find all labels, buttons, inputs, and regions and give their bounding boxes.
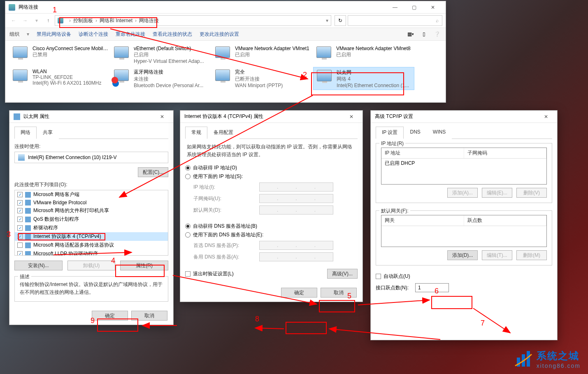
tab-dns[interactable]: DNS: [404, 127, 426, 139]
checkbox-icon[interactable]: ✓: [17, 234, 23, 239]
protocol-icon: [25, 234, 31, 240]
desc-text: 传输控制协议/Internet 协议。该协议是默认的广域网络协议，用于在不同的相…: [20, 281, 163, 296]
gateway-table[interactable]: 网关跃点数: [381, 215, 547, 247]
add-ip-button: 添加(A)...: [447, 188, 478, 198]
tab-share[interactable]: 共享: [37, 127, 59, 139]
forward-button[interactable]: →: [20, 16, 30, 25]
help-icon[interactable]: ❔: [432, 30, 442, 39]
manual-dns-radio[interactable]: 使用下面的 DNS 服务器地址(E):: [185, 231, 358, 238]
connection-item[interactable]: VMware Network Adapter VMnet1已启用: [212, 44, 313, 67]
desc-group-label: 描述: [18, 273, 31, 280]
checkbox-icon[interactable]: ✓: [17, 251, 23, 256]
view-icon[interactable]: ▦▾: [406, 30, 415, 39]
connection-item[interactable]: Cisco AnyConnect Secure Mobility Client …: [9, 44, 111, 67]
checkbox-icon[interactable]: ✓: [17, 192, 23, 197]
protocol-icon: [25, 200, 31, 205]
protocol-icon: [25, 192, 31, 198]
close-icon[interactable]: ✕: [539, 112, 553, 122]
search-box[interactable]: ⌕: [348, 15, 442, 26]
back-button[interactable]: ←: [9, 16, 19, 25]
network-adapter-icon: [112, 69, 130, 87]
close-icon[interactable]: ✕: [344, 112, 358, 122]
checkbox-icon[interactable]: ✓: [17, 208, 23, 213]
details-pane-icon[interactable]: ▯: [419, 30, 428, 39]
watermark: 系统之城 xitong86.com: [514, 349, 581, 369]
connection-item[interactable]: 完全已断开连接WAN Miniport (PPTP): [212, 67, 313, 90]
titlebar: 网络连接 — ▢ ✕: [5, 1, 446, 14]
connection-item[interactable]: VMware Network Adapter VMnet8已启用: [313, 44, 414, 67]
radio-icon: [185, 174, 191, 179]
protocol-item[interactable]: ✓桥驱动程序: [15, 224, 168, 232]
tab-network[interactable]: 网络: [14, 127, 37, 139]
items-label: 此连接使用下列项目(O):: [14, 181, 168, 188]
window-icon: [9, 4, 15, 11]
metric-input[interactable]: 1: [415, 283, 449, 292]
checkbox-icon[interactable]: ✓: [17, 225, 23, 231]
connection-item[interactable]: 以太网网络 4Intel(R) Ethernet Connection (1..…: [313, 67, 414, 90]
checkbox-icon[interactable]: ✓: [17, 200, 23, 205]
watermark-cn: 系统之城: [537, 349, 581, 362]
crumb-0[interactable]: 控制面板: [73, 17, 93, 24]
protocol-item[interactable]: ✓VMware Bridge Protocol: [15, 199, 168, 206]
subnet-input: ...: [259, 194, 333, 203]
install-button[interactable]: 安装(N)...: [14, 261, 63, 270]
tab-ip-settings[interactable]: IP 设置: [376, 127, 404, 139]
alt-dns-input: ...: [259, 252, 333, 261]
crumb-1[interactable]: 网络和 Internet: [100, 17, 132, 24]
protocol-item[interactable]: Microsoft 网络适配器多路传送器协议: [15, 241, 168, 249]
add-gw-button[interactable]: 添加(D)...: [447, 250, 478, 260]
validate-checkbox[interactable]: 退出时验证设置(L): [185, 270, 234, 277]
advanced-button[interactable]: 高级(V)...: [327, 269, 358, 279]
recent-button[interactable]: ▾: [32, 16, 42, 25]
cancel-button[interactable]: 取消: [131, 311, 167, 321]
network-connections-window: 网络连接 — ▢ ✕ ← → ▾ ↑ › 控制面板 › 网络和 Internet…: [5, 1, 446, 103]
protocol-item[interactable]: ✓Microsoft 网络的文件和打印机共享: [15, 206, 168, 215]
device-name: Intel(R) Ethernet Connection (10) I219-V: [28, 155, 116, 160]
ipv4-properties-dialog: Internet 协议版本 4 (TCP/IPv4) 属性 ✕ 常规 备用配置 …: [180, 110, 363, 302]
connection-item[interactable]: vEthernet (Default Switch)已启用Hyper-V Vir…: [111, 44, 212, 67]
close-icon[interactable]: ✕: [155, 112, 169, 122]
rename[interactable]: 重命名此连接: [116, 31, 145, 38]
checkbox-icon[interactable]: [17, 242, 23, 248]
ok-button[interactable]: 确定: [92, 311, 128, 321]
protocol-item[interactable]: ✓QoS 数据包计划程序: [15, 215, 168, 224]
auto-ip-radio[interactable]: 自动获得 IP 地址(O): [185, 164, 358, 171]
diagnose[interactable]: 诊断这个连接: [79, 31, 108, 38]
tab-wins[interactable]: WINS: [427, 127, 452, 139]
auto-dns-radio[interactable]: 自动获得 DNS 服务器地址(B): [185, 223, 358, 230]
tab-general[interactable]: 常规: [185, 127, 207, 139]
device-box: Intel(R) Ethernet Connection (10) I219-V: [14, 152, 168, 163]
checkbox-icon[interactable]: ✓: [17, 217, 23, 222]
network-adapter-icon: [315, 46, 333, 64]
refresh-button[interactable]: ↻: [335, 15, 346, 26]
protocol-item[interactable]: ✓Microsoft LLDP 协议驱动程序: [15, 249, 168, 256]
minimize-button[interactable]: —: [386, 2, 404, 13]
dialog-icon: [14, 113, 20, 120]
connections-grid: Cisco AnyConnect Secure Mobility Client …: [5, 41, 446, 93]
protocol-list[interactable]: ✓Microsoft 网络客户端✓VMware Bridge Protocol✓…: [14, 190, 168, 256]
configure-button[interactable]: 配置(C)...: [138, 167, 168, 177]
protocol-item[interactable]: ✓Internet 协议版本 4 (TCP/IPv4): [15, 232, 168, 241]
auto-metric-checkbox[interactable]: 自动跃点(U): [376, 273, 552, 280]
ip-table[interactable]: IP 地址子网掩码 已启用 DHCP: [381, 148, 547, 185]
connection-item[interactable]: 蓝牙网络连接未连接Bluetooth Device (Personal Ar..…: [111, 67, 212, 90]
crumb-2[interactable]: 网络连接: [139, 17, 159, 24]
pref-dns-input: ...: [259, 241, 333, 250]
disable-device[interactable]: 禁用此网络设备: [37, 31, 71, 38]
close-button[interactable]: ✕: [423, 2, 442, 13]
change-settings[interactable]: 更改此连接的设置: [200, 31, 239, 38]
manual-ip-radio[interactable]: 使用下面的 IP 地址(S):: [185, 173, 358, 180]
cancel-button[interactable]: 取消: [321, 288, 357, 298]
network-adapter-icon: [11, 46, 29, 64]
view-status[interactable]: 查看此连接的状态: [153, 31, 192, 38]
up-button[interactable]: ↑: [43, 16, 53, 25]
ok-button[interactable]: 确定: [281, 288, 317, 298]
organize-menu[interactable]: 组织: [9, 31, 19, 38]
address-box[interactable]: › 控制面板 › 网络和 Internet › 网络连接 ▾: [55, 15, 331, 26]
properties-button[interactable]: 属性(R): [120, 261, 168, 270]
radio-icon: [185, 165, 191, 171]
maximize-button[interactable]: ▢: [404, 2, 423, 13]
connection-item[interactable]: WLANTP-LINK_6EFD2EIntel(R) Wi-Fi 6 AX201…: [9, 67, 111, 90]
tab-alternate[interactable]: 备用配置: [207, 127, 239, 139]
protocol-item[interactable]: ✓Microsoft 网络客户端: [15, 190, 168, 199]
